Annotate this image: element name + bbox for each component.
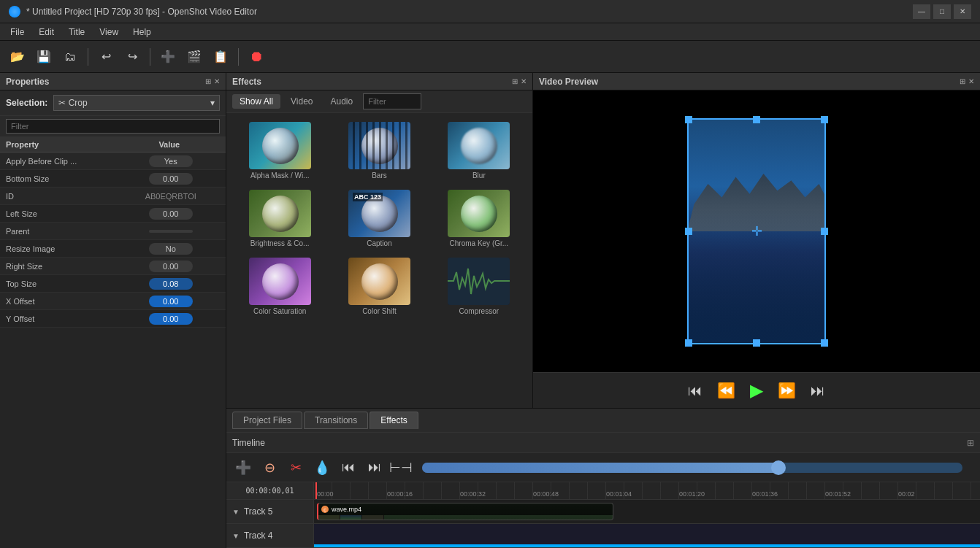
prop-value-box-resize: No	[149, 243, 193, 255]
preview-rewind-button[interactable]: ⏪	[713, 380, 740, 401]
timeline-prev-marker-btn[interactable]: ⏮	[337, 457, 359, 479]
tab-project-files[interactable]: Project Files	[232, 412, 302, 429]
timeline-progress-bar[interactable]	[422, 463, 962, 473]
prop-header-value: Value	[113, 137, 226, 152]
preview-forward-end-button[interactable]: ⏭	[806, 381, 830, 401]
prop-name-y-offset: Y Offset	[0, 310, 116, 327]
tab-audio[interactable]: Audio	[324, 94, 361, 109]
effects-panel-header: Effects ⊞ ✕	[226, 73, 532, 90]
prop-value-y-offset: 0.00	[116, 310, 226, 327]
timeline-enable-btn[interactable]: ⊖	[259, 457, 280, 479]
effects-detach-btn[interactable]: ⊞	[512, 77, 518, 85]
timeline-progress-handle[interactable]	[771, 460, 786, 475]
save-button[interactable]: 💾	[32, 45, 55, 69]
properties-close-btn[interactable]: ✕	[214, 77, 220, 85]
export-button[interactable]: 🎬	[183, 45, 206, 69]
clip-wave-mp4[interactable]: c wave.mp4	[317, 503, 613, 520]
track-5-label: ▼ Track 5	[226, 500, 314, 523]
prop-name-bottom-size: Bottom Size	[0, 170, 116, 187]
timeline-expand-btn[interactable]: ⊞	[967, 438, 974, 448]
timeline-add-track-btn[interactable]: ➕	[232, 457, 254, 479]
thumb-sphere-sat	[262, 263, 299, 300]
effect-thumb-blur	[448, 122, 510, 169]
prop-value-box-bottom: 0.00	[149, 173, 193, 185]
effect-chroma-key[interactable]: Chroma Key (Gr...	[432, 187, 527, 250]
track-5: ▼ Track 5 c wave.mp4	[226, 500, 980, 524]
timeline-next-marker-btn[interactable]: ⏭	[364, 457, 386, 479]
video-preview-panel: Video Preview ⊞ ✕	[533, 73, 980, 408]
timeline-header: Timeline ⊞	[226, 433, 980, 453]
close-button[interactable]: ✕	[954, 4, 971, 19]
add-button[interactable]: ➕	[156, 45, 180, 69]
effect-label-chroma-key: Chroma Key (Gr...	[450, 239, 509, 247]
toolbar-separator-1	[88, 48, 88, 66]
window-controls: — □ ✕	[913, 4, 971, 19]
menu-file[interactable]: File	[3, 26, 31, 39]
redo-button[interactable]: ↪	[120, 45, 144, 69]
clip-frame-3	[362, 515, 384, 520]
minimize-button[interactable]: —	[913, 4, 930, 19]
track-5-arrow[interactable]: ▼	[232, 508, 240, 516]
preview-rewind-end-button[interactable]: ⏮	[684, 381, 707, 401]
track-4-arrow[interactable]: ▼	[232, 532, 240, 540]
selection-dropdown[interactable]: ✂ Crop ▾	[53, 95, 220, 111]
preview-forward-button[interactable]: ⏩	[773, 380, 800, 401]
menu-title[interactable]: Title	[61, 26, 92, 39]
tab-transitions[interactable]: Transitions	[304, 412, 368, 429]
track-5-name: Track 5	[244, 506, 273, 517]
menu-help[interactable]: Help	[126, 26, 158, 39]
effect-thumb-compressor	[448, 258, 510, 305]
prop-row-x-offset: X Offset 0.00	[0, 293, 226, 310]
timeline-current-time: 00:00:00,01	[226, 482, 314, 499]
prop-row-bottom-size: Bottom Size 0.00	[0, 170, 226, 188]
tab-show-all[interactable]: Show All	[232, 94, 280, 109]
menu-edit[interactable]: Edit	[31, 26, 61, 39]
effects-title: Effects	[232, 77, 261, 87]
tab-effects[interactable]: Effects	[370, 412, 418, 429]
import-button[interactable]: 📋	[209, 45, 232, 69]
effects-filter-input[interactable]	[363, 93, 421, 109]
tracks-area: ▼ Track 5 c wave.mp4	[226, 500, 980, 548]
effect-thumb-brightness	[249, 190, 311, 237]
prop-row-parent: Parent	[0, 223, 226, 240]
clip-frame-1	[318, 515, 340, 520]
prop-value-parent	[116, 223, 226, 239]
prop-value-box-right: 0.00	[149, 261, 193, 272]
video-preview-close-btn[interactable]: ✕	[968, 77, 974, 85]
effect-thumb-color-shift	[348, 258, 410, 305]
menu-view[interactable]: View	[92, 26, 126, 39]
timeline-insert-btn[interactable]: 💧	[311, 457, 333, 479]
prop-value-right-size: 0.00	[116, 258, 226, 274]
center-area: Effects ⊞ ✕ Show All Video Audio	[226, 73, 980, 548]
tab-video[interactable]: Video	[283, 94, 320, 109]
new-project-button[interactable]: 📂	[6, 45, 29, 69]
open-button[interactable]: 🗂	[58, 45, 82, 69]
timeline-snap-btn[interactable]: ⊢⊣	[390, 457, 412, 479]
effect-color-shift[interactable]: Color Shift	[332, 255, 426, 318]
effect-blur[interactable]: Blur	[432, 119, 527, 182]
timeline-area: Timeline ⊞ ➕ ⊖ ✂ 💧 ⏮ ⏭ ⊢⊣	[226, 433, 980, 548]
undo-button[interactable]: ↩	[94, 45, 118, 69]
effect-bars[interactable]: Bars	[332, 119, 426, 182]
effect-label-brightness: Brightness & Co...	[250, 239, 310, 247]
timeline-cut-btn[interactable]: ✂	[285, 457, 307, 479]
prop-value-left-size: 0.00	[116, 205, 226, 222]
selection-row: Selection: ✂ Crop ▾	[0, 90, 226, 116]
properties-filter-input[interactable]	[6, 119, 220, 134]
ruler-ticks	[314, 482, 980, 499]
effect-color-saturation[interactable]: Color Saturation	[232, 255, 327, 318]
prop-value-x-offset: 0.00	[116, 293, 226, 309]
maximize-button[interactable]: □	[933, 4, 951, 19]
effect-label-compressor: Compressor	[459, 307, 499, 315]
effects-close-btn[interactable]: ✕	[521, 77, 527, 85]
video-preview-detach-btn[interactable]: ⊞	[960, 77, 965, 85]
properties-detach-btn[interactable]: ⊞	[205, 77, 211, 85]
record-button[interactable]: ⏺	[245, 45, 268, 69]
preview-play-button[interactable]: ▶	[746, 379, 767, 402]
timeline-ruler: 00:00 00:00:16 00:00:32 00:00:48 00:01:0…	[314, 482, 980, 499]
prop-name-left-size: Left Size	[0, 205, 116, 222]
effect-compressor[interactable]: Compressor	[432, 255, 527, 318]
effect-brightness[interactable]: Brightness & Co...	[232, 187, 327, 250]
effect-caption[interactable]: ABC 123 Caption	[332, 187, 426, 250]
effect-alpha-mask[interactable]: Alpha Mask / Wi...	[232, 119, 327, 182]
